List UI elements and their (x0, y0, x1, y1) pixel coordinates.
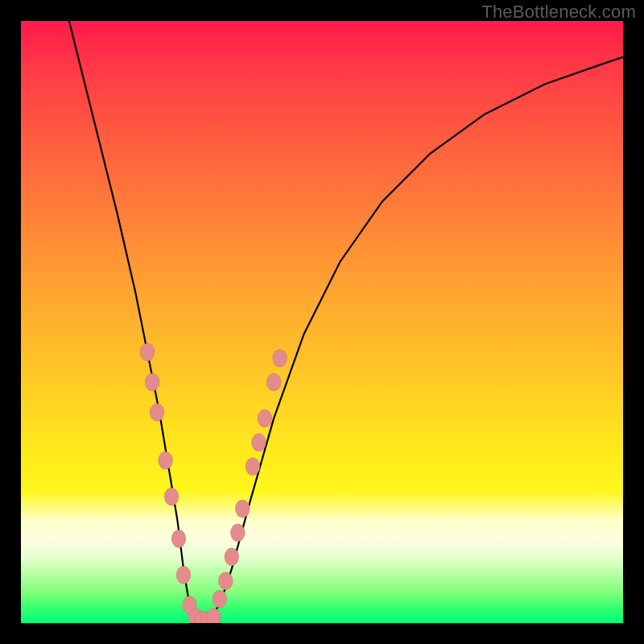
chart-frame: TheBottleneck.com (0, 0, 644, 644)
marker-dot (213, 590, 227, 608)
marker-dot (230, 524, 245, 542)
watermark-text: TheBottleneck.com (481, 2, 636, 23)
marker-dot (164, 488, 179, 506)
marker-dot (171, 530, 186, 547)
marker-dot (140, 343, 155, 361)
marker-dot (206, 609, 221, 623)
marker-dot (235, 500, 250, 518)
marker-dot (176, 566, 191, 584)
curve-markers (140, 343, 287, 623)
marker-dot (251, 434, 266, 452)
chart-svg (21, 21, 623, 623)
marker-dot (225, 548, 239, 566)
marker-dot (273, 349, 287, 367)
marker-dot (218, 572, 233, 590)
marker-dot (159, 452, 173, 469)
marker-dot (145, 374, 159, 391)
bottleneck-curve (69, 21, 623, 620)
marker-dot (246, 458, 260, 476)
marker-dot (258, 410, 272, 427)
plot-area (21, 21, 623, 623)
marker-dot (150, 403, 164, 421)
marker-dot (266, 374, 281, 391)
